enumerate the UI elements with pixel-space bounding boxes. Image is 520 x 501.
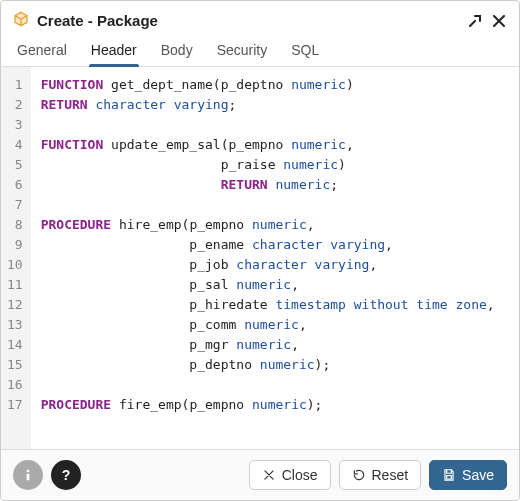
line-number: 14 — [7, 335, 23, 355]
code-line[interactable]: p_mgr numeric, — [41, 335, 511, 355]
reset-button-label: Reset — [372, 467, 409, 483]
code-line[interactable]: FUNCTION update_emp_sal(p_empno numeric, — [41, 135, 511, 155]
line-number: 16 — [7, 375, 23, 395]
code-line[interactable]: p_comm numeric, — [41, 315, 511, 335]
tabs: General Header Body Security SQL — [1, 36, 519, 67]
close-button-label: Close — [282, 467, 318, 483]
info-button[interactable] — [13, 460, 43, 490]
save-button[interactable]: Save — [429, 460, 507, 490]
code-line[interactable]: p_ename character varying, — [41, 235, 511, 255]
code-area[interactable]: FUNCTION get_dept_name(p_deptno numeric)… — [31, 67, 519, 449]
code-line[interactable] — [41, 195, 511, 215]
line-number: 5 — [7, 155, 23, 175]
code-line[interactable]: RETURN character varying; — [41, 95, 511, 115]
titlebar: Create - Package — [1, 1, 519, 36]
line-number: 6 — [7, 175, 23, 195]
svg-point-0 — [27, 470, 30, 473]
svg-rect-2 — [447, 476, 452, 480]
dialog-footer: ? Close Reset Save — [1, 450, 519, 500]
line-number: 2 — [7, 95, 23, 115]
tab-header[interactable]: Header — [89, 36, 139, 66]
tab-general[interactable]: General — [15, 36, 69, 66]
code-line[interactable]: PROCEDURE hire_emp(p_empno numeric, — [41, 215, 511, 235]
line-number: 11 — [7, 275, 23, 295]
close-icon[interactable] — [491, 13, 507, 29]
line-number: 7 — [7, 195, 23, 215]
reset-button[interactable]: Reset — [339, 460, 422, 490]
line-number-gutter: 1234567891011121314151617 — [1, 67, 31, 449]
line-number: 10 — [7, 255, 23, 275]
code-line[interactable]: p_hiredate timestamp without time zone, — [41, 295, 511, 315]
code-line[interactable] — [41, 375, 511, 395]
line-number: 17 — [7, 395, 23, 415]
package-icon — [13, 11, 29, 30]
code-line[interactable]: FUNCTION get_dept_name(p_deptno numeric) — [41, 75, 511, 95]
close-button[interactable]: Close — [249, 460, 331, 490]
line-number: 4 — [7, 135, 23, 155]
line-number: 8 — [7, 215, 23, 235]
help-button[interactable]: ? — [51, 460, 81, 490]
create-package-dialog: Create - Package General Header Body Sec… — [0, 0, 520, 501]
tab-body[interactable]: Body — [159, 36, 195, 66]
code-line[interactable]: p_raise numeric) — [41, 155, 511, 175]
line-number: 3 — [7, 115, 23, 135]
code-line[interactable] — [41, 115, 511, 135]
code-line[interactable]: p_sal numeric, — [41, 275, 511, 295]
line-number: 1 — [7, 75, 23, 95]
save-button-label: Save — [462, 467, 494, 483]
code-line[interactable]: p_job character varying, — [41, 255, 511, 275]
maximize-icon[interactable] — [467, 13, 483, 29]
line-number: 12 — [7, 295, 23, 315]
code-editor[interactable]: 1234567891011121314151617 FUNCTION get_d… — [1, 67, 519, 450]
svg-rect-1 — [27, 474, 30, 481]
code-line[interactable]: p_deptno numeric); — [41, 355, 511, 375]
tab-security[interactable]: Security — [215, 36, 270, 66]
line-number: 15 — [7, 355, 23, 375]
dialog-title: Create - Package — [37, 12, 158, 29]
code-line[interactable]: PROCEDURE fire_emp(p_empno numeric); — [41, 395, 511, 415]
tab-sql[interactable]: SQL — [289, 36, 321, 66]
line-number: 9 — [7, 235, 23, 255]
code-line[interactable]: RETURN numeric; — [41, 175, 511, 195]
line-number: 13 — [7, 315, 23, 335]
